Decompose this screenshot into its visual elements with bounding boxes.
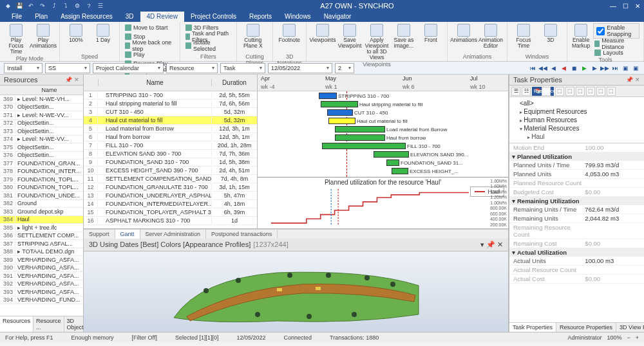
prop-row[interactable]: Remaining Units2,044.82 m3 [509,214,644,223]
resource-row[interactable]: 382Ground [0,200,83,208]
menu-file[interactable]: File [5,12,28,22]
task-dropdown[interactable]: Task [220,63,265,73]
gantt-bar[interactable]: FILL 310 - 700 [322,143,406,149]
menu-4d-review[interactable]: 4D Review [140,12,184,22]
save-as-image--button[interactable]: Save as image... [392,23,416,50]
task-row[interactable]: 11SETTLEMENT COMPENSATION_SAND...7d, 4h,… [84,175,257,183]
layouts-button[interactable]: Layouts [593,48,639,57]
zoom-in-icon[interactable]: + [636,334,639,341]
tab-task-properties[interactable]: Task Properties [509,323,556,332]
undo-icon[interactable]: ↶ [27,2,35,10]
qat-icon[interactable]: ⤵ [62,2,70,10]
apply-viewpoint-to-all-3d-views-button[interactable]: Apply Viewpoint to all 3D Views [365,23,389,61]
focus-date-input[interactable]: 12/05/2022 [268,63,332,73]
resource-row[interactable]: 384Haul [0,216,83,224]
resource-row[interactable]: 376 ObjectSettin... [0,152,83,160]
tab-3d-view-properties[interactable]: 3D View Properties [616,323,644,332]
footnote-button[interactable]: Footnote [277,23,301,44]
focus-time-button[interactable]: Focus Time [511,23,536,50]
menu-plan[interactable]: Plan [28,12,54,22]
tab-resources[interactable]: Resources [0,316,33,332]
tab-gantt[interactable]: Gantt [115,230,140,239]
tb-icon[interactable]: ⬚ [565,87,574,96]
prop-group[interactable]: ▾ Planned Utilization [509,152,644,161]
prop-row[interactable]: Budgeted Cost$0.00 [509,188,644,197]
extra-icon[interactable]: ▣ [621,64,630,73]
play-animations-button[interactable]: Play Animations [31,23,55,50]
resource-row[interactable]: 388▸ TOTAAL DEMO.dgn [0,248,83,257]
task-row[interactable]: 16ASPHALT MARKINGS 310 - 7001d [84,217,257,225]
resource-row[interactable]: 387STRIPPING ASFAL... [0,240,83,248]
tree-node[interactable]: Haul [513,132,640,141]
resource-row[interactable]: 373 ObjectSettin... [0,127,83,136]
qat-icon[interactable]: ⤴ [50,2,58,10]
resource-row[interactable]: 379FOUNDATION_TOPL... [0,176,83,184]
tab-server-administration[interactable]: Server Administration [140,230,207,239]
tree-node[interactable]: Material Resources [513,124,640,132]
forward-icon[interactable]: ▶ [590,64,599,73]
tab-postponed-transactions[interactable]: Postponed transactions [206,230,278,239]
goto-start-icon[interactable]: ⏮ [528,64,537,73]
front-button[interactable]: Front [419,23,443,44]
move-back-one-step-button[interactable]: Move back one step [124,41,176,50]
pin-icon[interactable]: 📌 ✕ [626,77,640,83]
menu-windows[interactable]: Windows [278,12,317,22]
task-row[interactable]: 7FILL 310 - 70020d, 1h, 28m [84,141,257,150]
tree-node[interactable]: Equipment Resources [513,107,640,116]
gantt-chart[interactable]: AprMayJunJulwk -4wk 1wk 6wk 10 Planned u… [258,75,508,228]
tb-icon[interactable]: ⬚ [596,87,605,96]
save-icon[interactable]: 💾 [15,2,23,10]
measure-distance-button[interactable]: Measure Distance [593,39,639,48]
tree-node[interactable]: Human Resources [513,116,640,124]
col-name[interactable]: Name [98,79,212,86]
gantt-bar[interactable]: Load material from Borrow [335,126,385,132]
resource-row[interactable]: 374▸ Level: N-WE-VV... [0,136,83,144]
col-duration[interactable]: Duration [212,79,257,86]
close-button[interactable]: ✕ [635,3,640,10]
task-row[interactable]: 5Load material from Borrow12d, 3h, 1m [84,125,257,133]
menu-assign-resources[interactable]: Assign Resources [54,12,119,22]
play-icon[interactable]: ▶ [580,64,589,73]
prop-row[interactable]: Planned Units4,053.00 m3 [509,170,644,179]
menu-navigator[interactable]: Navigator [317,12,358,22]
step-back-icon[interactable]: ◀◀ [538,64,547,73]
resource-row[interactable]: 370 ObjectSettin... [0,104,83,112]
status-zoom[interactable]: 100% [607,334,621,341]
prop-row[interactable]: Planned Units / Time799.93 m3/d [509,161,644,170]
task-row[interactable]: 10EXCESS HEIGHT_SAND 390 - 7002d, 4h, 51… [84,167,257,175]
menu-3d[interactable]: 3D [119,12,140,22]
tb-icon[interactable]: ☰ [511,87,520,96]
tb-icon[interactable]: ☷ [522,87,531,96]
prop-row[interactable]: Remaining Units / Time762.64 m3/d [509,205,644,214]
play-reverse-icon[interactable]: ◀ [559,64,568,73]
tab-support[interactable]: Support [84,230,115,239]
tb-icon[interactable]: ⬚ [607,87,616,96]
resource-row[interactable]: 380FOUNDATION_TOPL... [0,184,83,192]
prop-row[interactable]: Planned Resource Count [509,179,644,188]
tb-icon[interactable]: ⬚ [586,87,595,96]
resource-row[interactable]: 392VERHARDING_ASFA... [0,280,83,289]
move-to-start-button[interactable]: Move to Start [124,23,176,32]
task-row[interactable]: 1STRIPPING 310 - 7002d, 5h, 55m [84,91,257,100]
col-name[interactable]: Name [15,86,83,95]
stop-icon[interactable]: ◼ [569,64,578,73]
help-icon[interactable]: ? [85,2,93,10]
100--button[interactable]: 100% [64,23,88,44]
tab-resource-properties[interactable]: Resource Properties [556,323,616,332]
tb-icon[interactable]: ⬚ [555,87,564,96]
resource-row[interactable]: 394VERHARDING_FUND... [0,296,83,305]
task-row[interactable]: 14FOUNDATION_INTERMEDIATELAYER...4h, 18m [84,200,257,208]
resource-row[interactable]: 377FOUNDATION_GRAN... [0,159,83,168]
maximize-button[interactable]: ☐ [623,3,629,10]
prop-group[interactable]: ▾ Remaining Utilization [509,197,644,205]
resource-row[interactable]: 386SETTLEMENT COMP... [0,232,83,241]
resource-row[interactable]: 383Ground depot.skp [0,208,83,216]
task-row[interactable]: 15FOUNDATION_TOPLAYER_ASPHALT 3...6h, 39… [84,208,257,217]
prop-row[interactable]: Actual Units100.00 m3 [509,257,644,266]
zoom-out-icon[interactable]: − [627,334,630,341]
task-row[interactable]: 2Haul stripping material to fill7d, 6h, … [84,100,257,108]
prop-row[interactable]: Remaining Resource Count [509,223,644,239]
minimize-button[interactable]: — [610,3,616,10]
resource-row[interactable]: 391VERHARDING_ASFA... [0,272,83,280]
menu-project-controls[interactable]: Project Controls [184,12,243,22]
